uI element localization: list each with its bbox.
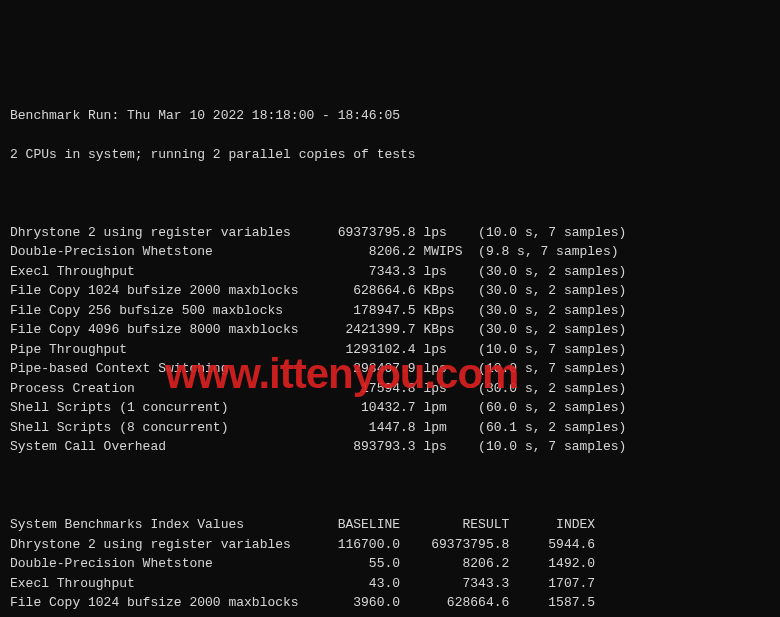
result-row: Pipe-based Context Switching 298407.9 lp…	[10, 359, 770, 379]
result-row: Process Creation 17594.8 lps (30.0 s, 2 …	[10, 379, 770, 399]
index-header-row: System Benchmarks Index Values BASELINE …	[10, 515, 770, 535]
result-row: File Copy 4096 bufsize 8000 maxblocks 24…	[10, 320, 770, 340]
index-row: File Copy 1024 bufsize 2000 maxblocks 39…	[10, 593, 770, 613]
result-row: Execl Throughput 7343.3 lps (30.0 s, 2 s…	[10, 262, 770, 282]
cpu-info-line: 2 CPUs in system; running 2 parallel cop…	[10, 145, 770, 165]
results-section: Dhrystone 2 using register variables 693…	[10, 223, 770, 457]
index-row: File Copy 256 bufsize 500 maxblocks 1655…	[10, 613, 770, 618]
index-row: Dhrystone 2 using register variables 116…	[10, 535, 770, 555]
terminal-output: www.ittenyou.com Benchmark Run: Thu Mar …	[10, 67, 770, 618]
result-row: System Call Overhead 893793.3 lps (10.0 …	[10, 437, 770, 457]
result-row: Shell Scripts (1 concurrent) 10432.7 lpm…	[10, 398, 770, 418]
result-row: File Copy 256 bufsize 500 maxblocks 1789…	[10, 301, 770, 321]
result-row: Double-Precision Whetstone 8206.2 MWIPS …	[10, 242, 770, 262]
result-row: Pipe Throughput 1293102.4 lps (10.0 s, 7…	[10, 340, 770, 360]
index-section: System Benchmarks Index Values BASELINE …	[10, 515, 770, 617]
result-row: Shell Scripts (8 concurrent) 1447.8 lpm …	[10, 418, 770, 438]
result-row: Dhrystone 2 using register variables 693…	[10, 223, 770, 243]
index-row: Execl Throughput 43.0 7343.3 1707.7	[10, 574, 770, 594]
result-row: File Copy 1024 bufsize 2000 maxblocks 62…	[10, 281, 770, 301]
index-row: Double-Precision Whetstone 55.0 8206.2 1…	[10, 554, 770, 574]
benchmark-run-header: Benchmark Run: Thu Mar 10 2022 18:18:00 …	[10, 106, 770, 126]
